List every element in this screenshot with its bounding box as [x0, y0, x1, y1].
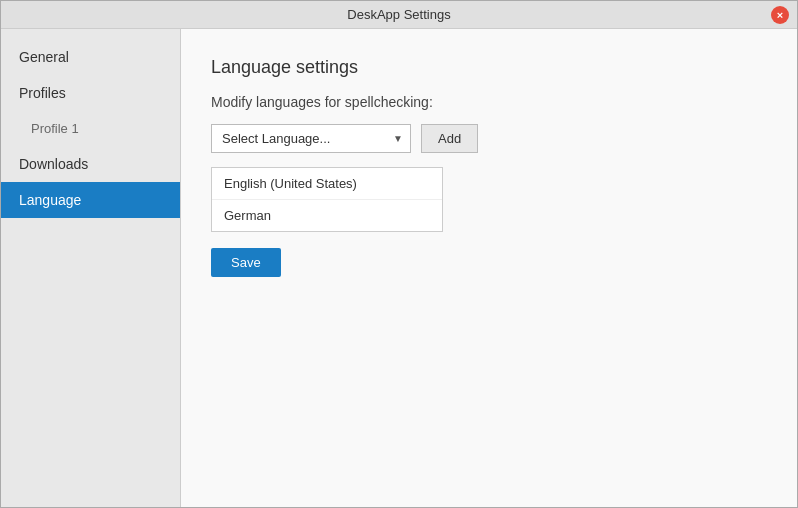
sidebar-item-profile1[interactable]: Profile 1: [1, 111, 180, 146]
spellcheck-subtitle: Modify languages for spellchecking:: [211, 94, 767, 110]
sidebar-item-downloads[interactable]: Downloads: [1, 146, 180, 182]
language-list: English (United States) German: [211, 167, 443, 232]
main-layout: General Profiles Profile 1 Downloads Lan…: [1, 29, 797, 507]
add-button[interactable]: Add: [421, 124, 478, 153]
main-panel: Language settings Modify languages for s…: [181, 29, 797, 507]
close-button[interactable]: ×: [771, 6, 789, 24]
list-item: English (United States): [212, 168, 442, 200]
list-item: German: [212, 200, 442, 231]
sidebar-item-profiles[interactable]: Profiles: [1, 75, 180, 111]
page-title: Language settings: [211, 57, 767, 78]
language-select[interactable]: Select Language...: [211, 124, 411, 153]
sidebar: General Profiles Profile 1 Downloads Lan…: [1, 29, 181, 507]
language-select-row: Select Language... ▼ Add: [211, 124, 767, 153]
sidebar-item-general[interactable]: General: [1, 39, 180, 75]
sidebar-item-language[interactable]: Language: [1, 182, 180, 218]
select-wrapper: Select Language... ▼: [211, 124, 411, 153]
save-button[interactable]: Save: [211, 248, 281, 277]
settings-window: DeskApp Settings × General Profiles Prof…: [0, 0, 798, 508]
title-bar: DeskApp Settings ×: [1, 1, 797, 29]
window-title: DeskApp Settings: [347, 7, 450, 22]
